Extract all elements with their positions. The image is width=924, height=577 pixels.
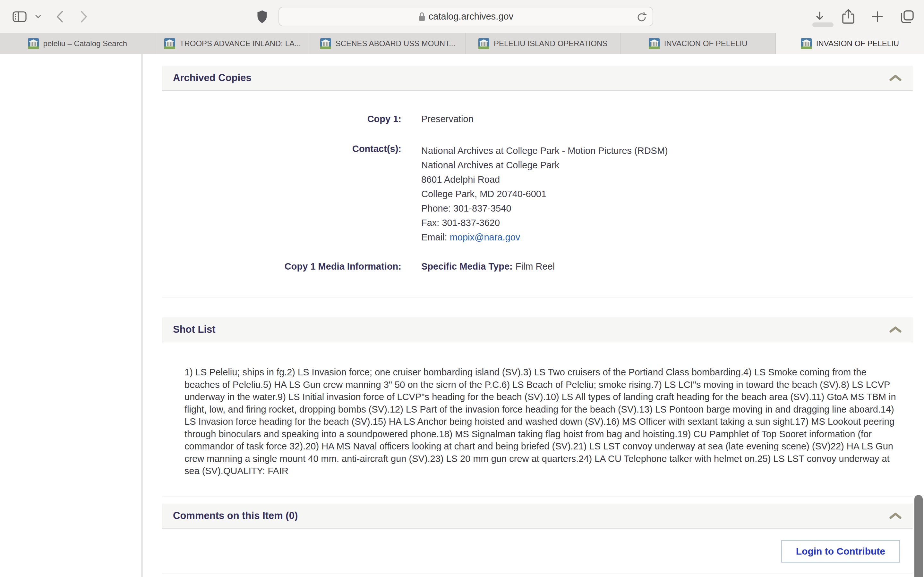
section-shot-list: Shot List 1) LS Peleliu; ships in fg.2) … <box>162 318 913 497</box>
tab-troops-advance-inland[interactable]: TROOPS ADVANCE INLAND: LA... <box>155 33 310 54</box>
tab-peleliu-catalog-search[interactable]: peleliu – Catalog Search <box>0 33 155 54</box>
shot-list-text: 1) LS Peleliu; ships in fg.2) LS Invasio… <box>162 342 913 496</box>
tab-scenes-aboard-uss-mount[interactable]: SCENES ABOARD USS MOUNT... <box>310 33 465 54</box>
new-tab-button[interactable] <box>871 11 884 23</box>
section-comments: Comments on this Item (0) Login to Contr… <box>162 504 913 574</box>
specific-media-type-value: Film Reel <box>515 261 555 271</box>
shot-list-title: Shot List <box>173 324 216 335</box>
url-text: catalog.archives.gov <box>429 11 513 22</box>
contact-line: National Archives at College Park <box>421 158 913 172</box>
tab-title: peleliu – Catalog Search <box>43 39 128 48</box>
archived-copies-title: Archived Copies <box>173 72 252 84</box>
page-content: Archived Copies Copy 1: Preservation Con… <box>0 54 924 577</box>
email-prefix: Email: <box>421 232 450 242</box>
nara-favicon-icon <box>801 38 812 49</box>
contact-email-line: Email: mopix@nara.gov <box>421 230 913 245</box>
copy1-value: Preservation <box>421 114 913 124</box>
tab-bar: peleliu – Catalog Search TROOPS ADVANCE … <box>0 33 924 54</box>
collapse-chevron-up-icon[interactable] <box>889 512 902 519</box>
contacts-row: Contact(s): National Archives at College… <box>162 143 913 245</box>
shot-list-header[interactable]: Shot List <box>162 318 913 342</box>
contacts-value: National Archives at College Park - Moti… <box>421 143 913 245</box>
lock-icon <box>418 12 425 21</box>
email-link[interactable]: mopix@nara.gov <box>450 232 520 242</box>
tab-title: PELELIU ISLAND OPERATIONS <box>494 39 607 48</box>
tab-title: INVASION OF PELELIU <box>816 39 899 48</box>
media-info-label: Copy 1 Media Information: <box>162 261 401 272</box>
archived-copies-header[interactable]: Archived Copies <box>162 66 913 91</box>
downloads-button[interactable] <box>814 11 825 22</box>
comments-header[interactable]: Comments on this Item (0) <box>162 504 913 529</box>
contact-line: College Park, MD 20740-6001 <box>421 187 913 201</box>
comments-title: Comments on this Item (0) <box>173 510 298 522</box>
back-button[interactable] <box>55 10 64 23</box>
tab-title: TROOPS ADVANCE INLAND: LA... <box>180 39 301 48</box>
login-to-contribute-button[interactable]: Login to Contribute <box>781 540 900 562</box>
share-button[interactable] <box>842 9 855 24</box>
browser-toolbar: catalog.archives.gov <box>0 0 924 33</box>
contact-line: Fax: 301-837-3620 <box>421 216 913 230</box>
tab-invasion-of-peleliu-active[interactable]: INVASION OF PELELIU <box>776 33 924 54</box>
privacy-shield-icon[interactable] <box>257 10 268 24</box>
section-archived-copies: Archived Copies Copy 1: Preservation Con… <box>162 66 913 298</box>
tab-title: SCENES ABOARD USS MOUNT... <box>336 39 455 48</box>
nara-favicon-icon <box>649 38 660 49</box>
media-info-row: Copy 1 Media Information: Specific Media… <box>162 261 913 272</box>
nara-favicon-icon <box>164 38 175 49</box>
contact-line: Phone: 301-837-3540 <box>421 201 913 216</box>
reload-icon[interactable] <box>636 11 647 23</box>
tab-title: INVACION OF PELELIU <box>664 39 748 48</box>
specific-media-type-label: Specific Media Type: <box>421 261 513 271</box>
contact-line: National Archives at College Park - Moti… <box>421 143 913 158</box>
copy1-row: Copy 1: Preservation <box>162 114 913 124</box>
nara-favicon-icon <box>478 38 489 49</box>
sidebar-toggle-icon[interactable] <box>12 10 27 23</box>
address-bar[interactable]: catalog.archives.gov <box>278 7 653 26</box>
forward-button[interactable] <box>79 10 89 23</box>
tab-invacion-of-peleliu[interactable]: INVACION OF PELELIU <box>620 33 776 54</box>
sidebar-chevron-down-icon[interactable] <box>35 15 41 19</box>
collapse-chevron-up-icon[interactable] <box>889 74 902 81</box>
comments-body: Login to Contribute <box>162 529 913 573</box>
collapse-chevron-up-icon[interactable] <box>889 326 902 333</box>
contact-line: 8601 Adelphi Road <box>421 172 913 187</box>
copy1-label: Copy 1: <box>162 114 401 124</box>
download-progress-bar <box>813 23 834 27</box>
tab-overview-button[interactable] <box>900 10 914 24</box>
nara-favicon-icon <box>28 38 39 49</box>
contacts-label: Contact(s): <box>162 143 401 245</box>
vertical-scrollbar-thumb[interactable] <box>914 495 923 577</box>
media-info-value: Specific Media Type:Film Reel <box>421 261 913 272</box>
nara-favicon-icon <box>320 38 331 49</box>
left-panel-divider <box>141 54 143 577</box>
tab-peleliu-island-operations[interactable]: PELELIU ISLAND OPERATIONS <box>465 33 621 54</box>
